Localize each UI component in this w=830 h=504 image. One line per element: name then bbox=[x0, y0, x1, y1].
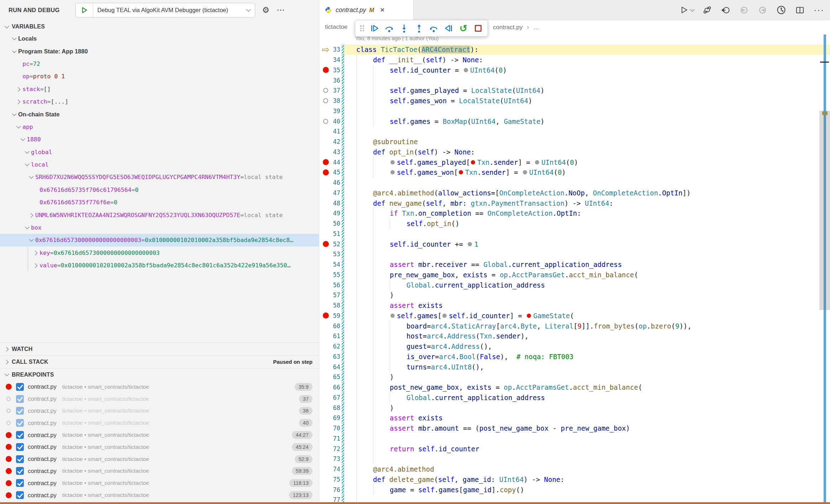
breakpoint-row[interactable]: contract.pytictactoe • smart_contracts/t… bbox=[0, 453, 319, 465]
breakpoint-row[interactable]: contract.pytictactoe • smart_contracts/t… bbox=[0, 393, 319, 405]
gutter-breakpoint-cell[interactable] bbox=[320, 75, 332, 85]
code-line[interactable]: 75def delete_game(self, game_id: UInt64)… bbox=[320, 474, 830, 485]
go-back-icon[interactable] bbox=[721, 5, 730, 15]
code-line[interactable]: 45self.games_won[Txn.sender] = UInt64(0) bbox=[320, 167, 830, 178]
gutter-breakpoint-cell[interactable] bbox=[320, 403, 332, 413]
breakpoint-row[interactable]: contract.pytictactoe • smart_contracts/t… bbox=[0, 381, 319, 393]
gutter-breakpoint-cell[interactable] bbox=[320, 331, 332, 341]
gutter-breakpoint-cell[interactable] bbox=[320, 352, 332, 362]
breakpoint-checkbox[interactable] bbox=[16, 383, 24, 391]
code-line[interactable]: 51 bbox=[320, 229, 830, 239]
code-line[interactable]: 71 bbox=[320, 434, 830, 444]
section-call-stack[interactable]: CALL STACK Paused on step bbox=[0, 355, 319, 368]
toolbar-gripper-icon[interactable] bbox=[360, 25, 364, 31]
code-line[interactable]: 40self.games = BoxMap(UInt64, GameState) bbox=[320, 116, 830, 126]
launch-config-dropdown[interactable]: Debug TEAL via AlgoKit AVM Debugger (tic… bbox=[75, 3, 255, 17]
gutter-breakpoint-cell[interactable] bbox=[320, 423, 332, 434]
code-line[interactable]: 69assert exists bbox=[320, 413, 830, 423]
code-line[interactable]: 60board=arc4.StaticArray[arc4.Byte, Lite… bbox=[320, 321, 830, 331]
variable-row[interactable]: app bbox=[0, 121, 319, 133]
continue-button[interactable] bbox=[369, 22, 380, 35]
gutter-breakpoint-cell[interactable] bbox=[320, 96, 332, 106]
variable-row[interactable]: local bbox=[0, 158, 319, 171]
breakpoint-row[interactable]: contract.pytictactoe • smart_contracts/t… bbox=[0, 429, 319, 441]
code-line[interactable]: 42@subroutine bbox=[320, 137, 830, 147]
code-line[interactable]: 57) bbox=[320, 290, 830, 300]
code-line[interactable]: 62guest=arc4.Address(), bbox=[320, 341, 830, 352]
code-line[interactable]: 47@arc4.abimethod(allow_actions=[OnCompl… bbox=[320, 188, 830, 198]
gutter-breakpoint-cell[interactable] bbox=[320, 208, 332, 219]
variable-row[interactable]: Locals bbox=[0, 32, 319, 45]
scrollbar-thumb[interactable] bbox=[819, 111, 830, 310]
gutter-breakpoint-cell[interactable] bbox=[320, 434, 332, 444]
code-line[interactable]: 73 bbox=[320, 454, 830, 464]
step-back-button[interactable] bbox=[428, 22, 440, 35]
variable-row[interactable]: box bbox=[0, 221, 319, 234]
gutter-breakpoint-cell[interactable] bbox=[320, 137, 332, 147]
code-line[interactable]: 36 bbox=[320, 75, 830, 85]
gutter-breakpoint-cell[interactable] bbox=[320, 157, 332, 167]
step-out-button[interactable] bbox=[413, 22, 425, 35]
gutter-breakpoint-cell[interactable] bbox=[320, 106, 332, 116]
section-breakpoints[interactable]: BREAKPOINTS bbox=[0, 368, 319, 381]
inline-breakpoint-candidate-icon[interactable] bbox=[468, 242, 472, 246]
start-debug-button[interactable] bbox=[76, 3, 93, 17]
breakpoint-checkbox[interactable] bbox=[16, 407, 24, 415]
gutter-breakpoint-cell[interactable] bbox=[320, 116, 332, 126]
gutter-breakpoint-cell[interactable] bbox=[320, 270, 332, 280]
breakpoint-checkbox[interactable] bbox=[16, 443, 24, 451]
variable-row[interactable]: 0x67616d65735f776f6e = 0 bbox=[0, 196, 319, 209]
gutter-breakpoint-cell[interactable] bbox=[320, 372, 332, 382]
gutter-breakpoint-cell[interactable] bbox=[320, 413, 332, 423]
gutter-breakpoint-cell[interactable] bbox=[320, 393, 332, 403]
code-line[interactable]: 52self.id_counter += 1 bbox=[320, 239, 830, 249]
variable-row[interactable]: Program State: App 1880 bbox=[0, 45, 319, 57]
gutter-breakpoint-cell[interactable] bbox=[320, 382, 332, 393]
gutter-breakpoint-cell[interactable] bbox=[320, 167, 332, 178]
step-into-button[interactable] bbox=[398, 22, 410, 35]
tab-contract-py[interactable]: contract.py M ✕ bbox=[320, 0, 414, 20]
variable-row[interactable]: 0x67616d6573000000000000000003 = 0x01000… bbox=[0, 234, 319, 246]
variable-row[interactable]: On-chain State bbox=[0, 108, 319, 120]
code-line[interactable]: 74@arc4.abimethod bbox=[320, 464, 830, 474]
split-editor-icon[interactable] bbox=[795, 5, 805, 15]
timeline-icon[interactable] bbox=[776, 5, 786, 15]
inline-breakpoint-candidate-icon[interactable] bbox=[390, 314, 395, 318]
code-line[interactable]: 63is_over=arc4.Bool(False), # noqa: FBT0… bbox=[320, 352, 830, 362]
gutter-breakpoint-cell[interactable] bbox=[320, 443, 332, 454]
section-watch[interactable]: WATCH bbox=[0, 342, 319, 355]
code-line[interactable]: 55pre_new_game_box, exists = op.AcctPara… bbox=[320, 270, 830, 280]
code-line[interactable]: 61host=arc4.Address(Txn.sender), bbox=[320, 331, 830, 341]
section-variables[interactable]: VARIABLES bbox=[0, 20, 319, 33]
code-line[interactable]: 53 bbox=[320, 249, 830, 259]
inline-breakpoint-candidate-icon[interactable] bbox=[390, 170, 395, 174]
inline-breakpoint-candidate-icon[interactable] bbox=[464, 68, 468, 72]
gear-icon[interactable]: ⚙ bbox=[262, 6, 270, 14]
gutter-breakpoint-cell[interactable] bbox=[320, 290, 332, 300]
previous-change-icon[interactable] bbox=[739, 5, 749, 15]
gutter-breakpoint-cell[interactable] bbox=[320, 147, 332, 157]
gutter-breakpoint-cell[interactable] bbox=[320, 259, 332, 270]
breakpoint-row[interactable]: contract.pytictactoe • smart_contracts/t… bbox=[0, 465, 319, 477]
gutter-breakpoint-cell[interactable] bbox=[320, 85, 332, 96]
inline-breakpoint-icon[interactable] bbox=[471, 160, 475, 164]
code-line[interactable]: 34def __init__(self) -> None: bbox=[320, 55, 830, 65]
gutter-breakpoint-cell[interactable] bbox=[320, 454, 332, 464]
breadcrumb-file[interactable]: contract.py bbox=[493, 24, 522, 31]
code-line[interactable]: 58assert exists bbox=[320, 300, 830, 311]
reverse-continue-button[interactable] bbox=[443, 22, 455, 35]
run-python-file-button[interactable] bbox=[680, 6, 694, 14]
code-line[interactable]: 67Global.current_application_address bbox=[320, 393, 830, 403]
variable-row[interactable]: value = 0x01000000102010002a358bf5bada9e… bbox=[0, 259, 319, 272]
gutter-breakpoint-cell[interactable] bbox=[320, 311, 332, 321]
gutter-breakpoint-cell[interactable] bbox=[320, 126, 332, 137]
more-actions-icon[interactable]: ··· bbox=[814, 5, 824, 15]
inline-breakpoint-candidate-icon[interactable] bbox=[535, 160, 539, 164]
code-line[interactable]: 72return self.id_counter bbox=[320, 443, 830, 454]
breakpoint-row[interactable]: contract.pytictactoe • smart_contracts/t… bbox=[0, 477, 319, 489]
breakpoint-checkbox[interactable] bbox=[16, 479, 24, 487]
inline-breakpoint-icon[interactable] bbox=[459, 170, 463, 174]
inline-breakpoint-icon[interactable] bbox=[527, 314, 531, 318]
breakpoint-row[interactable]: contract.pytictactoe • smart_contracts/t… bbox=[0, 405, 319, 417]
code-line[interactable]: 37self.games_played = LocalState(UInt64) bbox=[320, 85, 830, 96]
